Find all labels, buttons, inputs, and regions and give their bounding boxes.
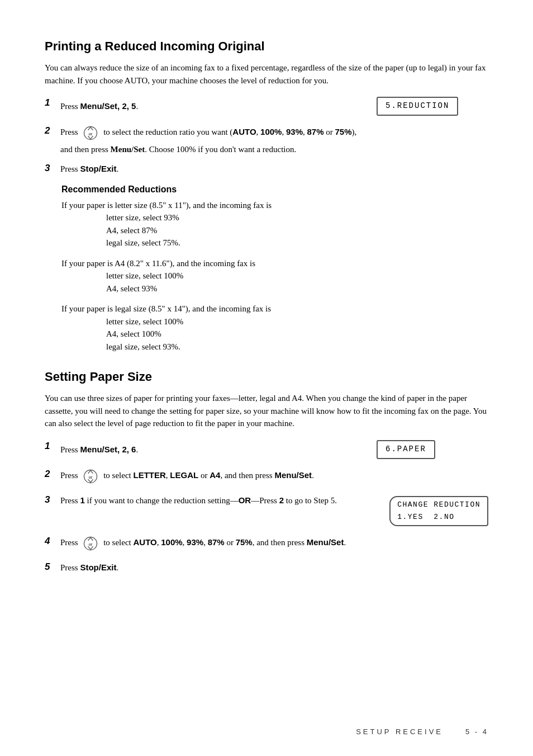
step2-continuation: and then press Menu/Set. Choose 100% if … bbox=[45, 145, 488, 154]
step2-menuset: Menu/Set bbox=[111, 145, 145, 154]
s2-step5-num: 5 bbox=[45, 561, 60, 573]
step2-auto: AUTO bbox=[232, 127, 256, 136]
rec-block-2: If your paper is A4 (8.2" x 11.6"), and … bbox=[45, 257, 488, 295]
step2-row: 2 Press to select the reduction ratio yo… bbox=[45, 125, 488, 141]
or-icon-step2 bbox=[82, 125, 99, 141]
rec1-item1: letter size, select 93% bbox=[61, 211, 488, 224]
footer-left: SETUP RECEIVE bbox=[356, 727, 443, 736]
s2-step4-75: 75% bbox=[236, 537, 253, 547]
rec2-item2: A4, select 93% bbox=[61, 282, 488, 295]
s2-step4-93: 93% bbox=[187, 537, 203, 547]
s2-step4-content: Press to select AUTO, 100%, 93%, 87% or … bbox=[60, 535, 488, 552]
s2-step3-text: Press 1 if you want to change the reduct… bbox=[60, 494, 373, 507]
rec2-main: If your paper is A4 (8.2" x 11.6"), and … bbox=[61, 257, 488, 270]
rec1-item3: legal size, select 75%. bbox=[61, 237, 488, 249]
s2-step2-legal: LEGAL bbox=[170, 470, 198, 480]
s2-step1-content: Press Menu/Set, 2, 6. 6.PAPER bbox=[60, 440, 488, 459]
s2-step3-content: Press 1 if you want to change the reduct… bbox=[60, 494, 488, 526]
step2-93: 93% bbox=[286, 127, 303, 136]
s2-step1-bold: Menu/Set, 2, 6 bbox=[80, 445, 136, 454]
step3-content: Press Stop/Exit. bbox=[60, 162, 488, 176]
step2-100: 100% bbox=[260, 127, 282, 136]
step1-lcd: 5.REDUCTION bbox=[377, 97, 458, 116]
s2-step3-bold2: 2 bbox=[279, 495, 284, 505]
s2-step5-content: Press Stop/Exit. bbox=[60, 561, 488, 574]
s2-step3-row: 3 Press 1 if you want to change the redu… bbox=[45, 494, 488, 526]
footer-right: 5 - 4 bbox=[465, 727, 488, 736]
rec2-item1: letter size, select 100% bbox=[61, 270, 488, 282]
s2-step4-num: 4 bbox=[45, 535, 60, 547]
s2-step3-layout: Press 1 if you want to change the reduct… bbox=[60, 494, 488, 526]
s2-step3-lcd: CHANGE REDUCTION1.YES 2.NO bbox=[389, 496, 488, 526]
s2-step1-text: Press Menu/Set, 2, 6. bbox=[60, 443, 367, 456]
rec3-item2: A4, select 100% bbox=[61, 328, 488, 341]
step1-row: 1 Press Menu/Set, 2, 5. 5.REDUCTION bbox=[45, 97, 488, 116]
s2-step4-menuset: Menu/Set bbox=[307, 537, 344, 547]
rec3-main: If your paper is legal size (8.5" x 14")… bbox=[61, 303, 488, 315]
s2-step4-auto: AUTO bbox=[134, 537, 157, 547]
step2-75: 75% bbox=[335, 127, 352, 136]
s2-step1-lcd: 6.PAPER bbox=[377, 440, 435, 459]
section1-intro: You can always reduce the size of an inc… bbox=[45, 62, 488, 87]
step3-row: 3 Press Stop/Exit. bbox=[45, 162, 488, 176]
s2-step4-100: 100% bbox=[161, 537, 182, 547]
s2-step1-row: 1 Press Menu/Set, 2, 6. 6.PAPER bbox=[45, 440, 488, 459]
rec-block-3: If your paper is legal size (8.5" x 14")… bbox=[45, 303, 488, 353]
s2-step2-letter: LETTER bbox=[134, 470, 166, 480]
s2-step2-menuset: Menu/Set bbox=[274, 470, 312, 480]
s2-step4-87: 87% bbox=[208, 537, 225, 547]
rec-block-1: If your paper is letter size (8.5" x 11"… bbox=[45, 199, 488, 249]
s2-step2-content: Press to select LETTER, LEGAL or A4, and… bbox=[60, 468, 488, 485]
step1-lcd-holder: 5.REDUCTION bbox=[377, 97, 488, 116]
s2-step1-lcd-holder: 6.PAPER bbox=[377, 440, 488, 459]
step2-num: 2 bbox=[45, 125, 60, 136]
step1-bold: Menu/Set, 2, 5 bbox=[80, 101, 136, 111]
s2-step4-row: 4 Press to select AUTO, 100%, 93%, 87% o… bbox=[45, 535, 488, 552]
or-icon-s2-step2 bbox=[82, 468, 99, 485]
rec3-item1: letter size, select 100% bbox=[61, 315, 488, 328]
step2-content: Press to select the reduction ratio you … bbox=[60, 125, 488, 141]
step3-num: 3 bbox=[45, 162, 60, 174]
section2-intro: You can use three sizes of paper for pri… bbox=[45, 392, 488, 430]
or-icon-s2-step4 bbox=[82, 535, 99, 552]
s2-step3-or: OR bbox=[239, 495, 251, 505]
rec3-item3: legal size, select 93%. bbox=[61, 341, 488, 353]
s2-step3-num: 3 bbox=[45, 494, 60, 505]
s2-step3-lcd-holder: CHANGE REDUCTION1.YES 2.NO bbox=[389, 496, 488, 526]
s2-step5-bold: Stop/Exit bbox=[80, 563, 116, 572]
step1-text: Press Menu/Set, 2, 5. bbox=[60, 100, 367, 113]
step3-bold: Stop/Exit bbox=[80, 164, 116, 173]
step1-content: Press Menu/Set, 2, 5. 5.REDUCTION bbox=[60, 97, 488, 116]
footer: SETUP RECEIVE 5 - 4 bbox=[0, 727, 533, 736]
section2-title: Setting Paper Size bbox=[45, 370, 488, 384]
s2-step5-row: 5 Press Stop/Exit. bbox=[45, 561, 488, 574]
s2-step3-bold1: 1 bbox=[80, 495, 84, 505]
section1-title: Printing a Reduced Incoming Original bbox=[45, 39, 488, 54]
subsection-title: Recommended Reductions bbox=[45, 185, 488, 195]
s2-step2-row: 2 Press to select LETTER, LEGAL or A4, a… bbox=[45, 468, 488, 485]
s2-step2-a4: A4 bbox=[210, 470, 220, 480]
s2-step2-num: 2 bbox=[45, 468, 60, 480]
step2-87: 87% bbox=[307, 127, 324, 136]
rec1-main: If your paper is letter size (8.5" x 11"… bbox=[61, 199, 488, 212]
s2-step1-num: 1 bbox=[45, 440, 60, 452]
step1-num: 1 bbox=[45, 97, 60, 108]
rec1-item2: A4, select 87% bbox=[61, 224, 488, 237]
